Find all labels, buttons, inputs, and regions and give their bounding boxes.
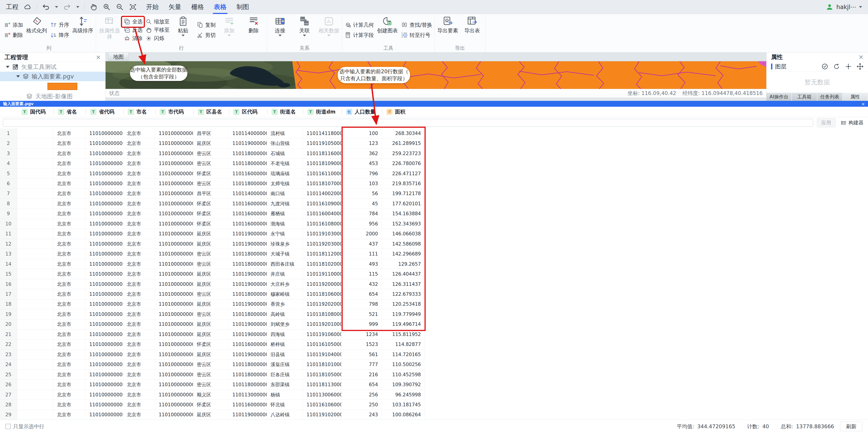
table-row[interactable]: 5北京市110100000000北京市110100000000怀柔区110116…	[0, 169, 426, 179]
zoom-out-icon[interactable]	[116, 3, 124, 11]
table-row[interactable]: 19北京市110100000000北京市110100000000密云区11011…	[0, 309, 426, 319]
create-chart-button[interactable]: 创建图表	[377, 15, 398, 45]
apply-button[interactable]: 应用	[817, 118, 835, 127]
paste-dropdown-icon[interactable]	[182, 35, 185, 36]
table-row[interactable]: 29北京市110100000000北京市110100000000延庆区11011…	[0, 410, 426, 420]
table-row[interactable]: 8北京市110100000000北京市110100000000怀柔区110116…	[0, 199, 426, 209]
column-header-区代码[interactable]: T区代码	[229, 107, 267, 117]
table-row[interactable]: 18北京市110100000000北京市110100000000延庆区11011…	[0, 299, 426, 309]
menu-item-制图[interactable]: 制图	[232, 0, 253, 14]
goto-row-button[interactable]: 123 转至行号	[401, 32, 432, 39]
undo-dropdown-icon[interactable]	[55, 6, 58, 8]
map-canvas[interactable]	[105, 61, 766, 89]
table-row[interactable]: 20北京市110100000000北京市110100000000延庆区11011…	[0, 319, 426, 330]
table-row[interactable]: 21北京市110100000000北京市110100000000延庆区11011…	[0, 330, 426, 339]
redo-icon[interactable]	[63, 3, 71, 11]
join-button[interactable]: 连接	[269, 15, 291, 45]
paste-button[interactable]: 粘贴	[172, 15, 194, 45]
copy-button[interactable]: 复制	[197, 22, 216, 29]
zoom-to-button[interactable]: 缩放至	[145, 18, 169, 25]
menu-item-开始[interactable]: 开始	[142, 0, 163, 14]
sort-ascending-button[interactable]: 升序	[50, 22, 69, 29]
delete-column-button[interactable]: 删除	[4, 32, 23, 39]
panel-tab-任务列表[interactable]: 任务列表	[817, 93, 843, 101]
table-row[interactable]: 17北京市110100000000北京市110100000000密云区11011…	[0, 289, 426, 299]
cloud-icon[interactable]	[24, 3, 32, 11]
column-header-市代码[interactable]: T市代码	[155, 107, 193, 117]
table-row[interactable]: 26北京市110100000000北京市110100000000密云区11011…	[0, 380, 426, 390]
table-row[interactable]: 22北京市110100000000北京市110100000000怀柔区11011…	[0, 340, 426, 349]
calculate-geometry-button[interactable]: 计算几何	[344, 22, 374, 29]
tree-item-basemap[interactable]: 天地图-影像图	[0, 92, 105, 101]
zoom-in-icon[interactable]	[103, 3, 111, 11]
panel-tab-属性[interactable]: 属性	[843, 93, 868, 101]
panel-tab-AI操作台[interactable]: AI操作台	[767, 93, 792, 101]
flash-button[interactable]: 闪烁	[145, 35, 169, 42]
table-row[interactable]: 25北京市110100000000北京市110100000000密云区11011…	[0, 370, 426, 380]
table-title-bar[interactable]: 输入面要素.pgv ×	[0, 101, 868, 107]
table-row[interactable]: 12北京市110100000000北京市110100000000延庆区11011…	[0, 239, 426, 249]
table-row[interactable]: 11北京市110100000000北京市110100000000延庆区11011…	[0, 229, 426, 239]
table-row[interactable]: 15北京市110100000000北京市110100000000延庆区11011…	[0, 269, 426, 279]
locate-icon[interactable]	[845, 63, 852, 70]
table-row[interactable]: 10北京市110100000000北京市110100000000怀柔区11011…	[0, 219, 426, 229]
add-row-button[interactable]: 添加	[218, 15, 240, 45]
related-data-button[interactable]: 相关数据	[318, 15, 340, 45]
advanced-sort-button[interactable]: 高级排序	[72, 15, 94, 45]
table-row[interactable]: 27北京市110100000000北京市110100000000顺义区11011…	[0, 390, 426, 400]
invert-selection-button[interactable]: 反选	[124, 27, 143, 33]
pan-to-button[interactable]: 平移至	[145, 27, 169, 33]
builder-button[interactable]: 构建器	[839, 119, 865, 127]
menu-item-矢量[interactable]: 矢量	[164, 0, 185, 14]
refresh-button[interactable]: 刷新	[840, 422, 863, 431]
filter-expression-input[interactable]	[3, 119, 813, 127]
table-row[interactable]: 4北京市110100000000北京市110100000000密云区110118…	[0, 158, 426, 168]
table-row[interactable]: 16北京市110100000000北京市110100000000延庆区11011…	[0, 279, 426, 289]
move-icon[interactable]	[857, 63, 864, 70]
table-row[interactable]: 23北京市110100000000北京市110100000000延庆区11011…	[0, 349, 426, 360]
panel-tab-工具箱[interactable]: 工具箱	[792, 93, 817, 101]
table-row[interactable]: 13北京市110100000000北京市110100000000密云区11011…	[0, 249, 426, 259]
check-circle-icon[interactable]	[822, 63, 828, 70]
related-data-dropdown-icon[interactable]	[327, 35, 331, 36]
tree-item-project[interactable]: 矢量工具测试	[0, 62, 105, 72]
full-extent-icon[interactable]	[129, 3, 137, 11]
column-header-面积[interactable]: 浮面积	[382, 107, 425, 117]
format-column-button[interactable]: 格式化列	[26, 15, 48, 45]
clear-selection-button[interactable]: 清除	[124, 35, 143, 42]
menu-project[interactable]: 工程	[6, 3, 19, 11]
join-dropdown-icon[interactable]	[278, 35, 282, 36]
cut-button[interactable]: 剪切	[197, 32, 216, 39]
refresh-icon[interactable]	[833, 63, 840, 70]
column-header-街道dm[interactable]: T街道dm	[303, 107, 342, 117]
column-header-人口数量[interactable]: 长人口数量	[342, 107, 382, 117]
table-row[interactable]: 7北京市110100000000北京市110100000000昌平区110114…	[0, 189, 426, 199]
relate-dropdown-icon[interactable]	[303, 35, 306, 36]
column-header-国代码[interactable]: T国代码	[17, 107, 53, 117]
export-features-button[interactable]: 导出要素	[437, 15, 459, 45]
column-header-街道名[interactable]: T街道名	[267, 107, 303, 117]
sort-descending-button[interactable]: 降序	[50, 32, 69, 39]
user-chip[interactable]: hakjl⋯	[826, 3, 862, 11]
tab-map[interactable]: 地图	[108, 53, 129, 61]
menu-item-表格[interactable]: 表格	[210, 0, 230, 14]
relate-button[interactable]: 关联	[293, 15, 315, 45]
close-icon[interactable]: ×	[859, 54, 864, 60]
column-header-省代码[interactable]: T省代码	[86, 107, 123, 117]
table-row[interactable]: 28北京市110100000000北京市110100000000怀柔区11011…	[0, 400, 426, 410]
layer-color-swatch[interactable]	[48, 83, 77, 90]
tree-item-layer[interactable]: 输入面要素.pgv	[0, 72, 105, 81]
close-icon[interactable]: ×	[96, 54, 101, 61]
column-header-市名[interactable]: T市名	[123, 107, 155, 117]
only-selected-checkbox[interactable]	[5, 424, 11, 429]
tree-expand-icon[interactable]	[6, 66, 9, 68]
select-all-button[interactable]: 全选	[124, 18, 143, 25]
column-header-省名[interactable]: T省名	[53, 107, 86, 117]
column-header-区县名[interactable]: T区县名	[193, 107, 229, 117]
close-icon[interactable]: ×	[862, 101, 865, 106]
menu-item-栅格[interactable]: 栅格	[187, 0, 208, 14]
table-row[interactable]: 14北京市110100000000北京市110100000000密云区11011…	[0, 259, 426, 269]
pan-hand-icon[interactable]	[90, 3, 98, 11]
find-replace-button[interactable]: 查找/替换	[401, 22, 432, 29]
tree-expand-icon[interactable]	[16, 75, 20, 78]
